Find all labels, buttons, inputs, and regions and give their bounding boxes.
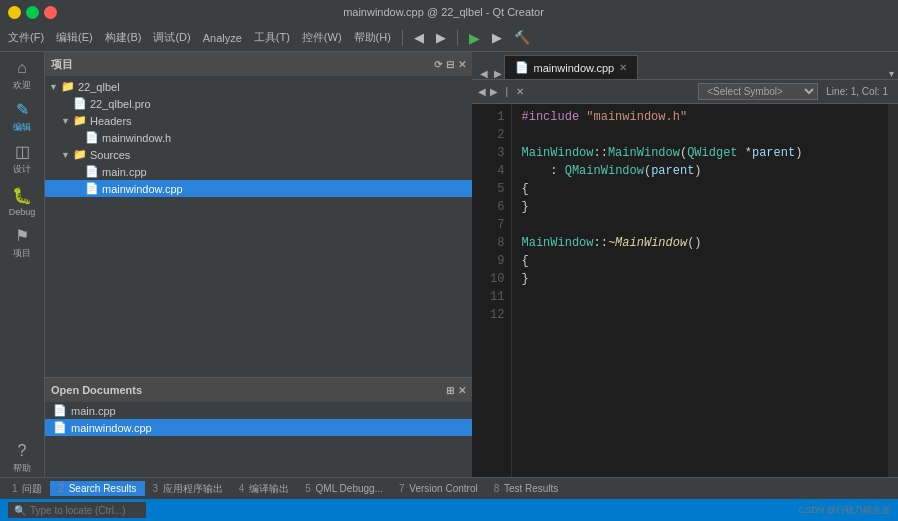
analyze-menu[interactable]: Analyze: [199, 30, 246, 46]
tab-label: 编译输出: [249, 483, 289, 494]
code-line: [522, 288, 879, 306]
file-tree-controls: ⟳ ⊟ ✕: [434, 59, 466, 70]
tree-label: mainwindow.cpp: [102, 183, 183, 195]
close-panel-btn2[interactable]: ✕: [458, 385, 466, 396]
file-tree-header: 项目 ⟳ ⊟ ✕: [45, 52, 472, 76]
editor-scrollbar[interactable]: [888, 104, 898, 477]
bottom-tab-version-control[interactable]: 7 Version Control: [391, 481, 486, 496]
code-line: }: [522, 270, 879, 288]
tree-label: Sources: [90, 149, 130, 161]
tree-item-pro[interactable]: 📄 22_qlbel.pro: [45, 95, 472, 112]
doc-item-main-cpp[interactable]: 📄 main.cpp: [45, 402, 472, 419]
build-menu[interactable]: 构建(B): [101, 28, 146, 47]
tab-close-btn[interactable]: ✕: [619, 62, 627, 73]
welcome-icon: ⌂: [17, 59, 27, 77]
file-menu[interactable]: 文件(F): [4, 28, 48, 47]
tools-menu[interactable]: 工具(T): [250, 28, 294, 47]
bottom-tab-compile-output[interactable]: 4 编译输出: [231, 480, 297, 498]
file-tree-title: 项目: [51, 57, 73, 72]
tab-menu-btn[interactable]: ▾: [885, 68, 898, 79]
back-btn[interactable]: ◀: [410, 28, 428, 47]
editor-area: ◀ ▶ 📄 mainwindow.cpp ✕ ▾ ◀ ▶ | ✕ <Select…: [472, 52, 899, 477]
open-docs-header: Open Documents ⊞ ✕: [45, 378, 472, 402]
code-line: {: [522, 252, 879, 270]
tree-item-sources[interactable]: ▼ 📁 Sources: [45, 146, 472, 163]
close-panel-btn[interactable]: ✕: [458, 59, 466, 70]
watermark-text: CSDN @行稳乃能走远: [799, 504, 890, 517]
toolbar-nav-right[interactable]: ▶: [490, 86, 498, 97]
statusbar: 🔍 CSDN @行稳乃能走远: [0, 499, 898, 521]
tree-item-main-cpp[interactable]: 📄 main.cpp: [45, 163, 472, 180]
build-btn[interactable]: 🔨: [510, 28, 534, 47]
open-docs-title: Open Documents: [51, 384, 142, 396]
code-line: MainWindow::MainWindow(QWidget *parent): [522, 144, 879, 162]
tab-scroll-right[interactable]: ▶: [492, 68, 504, 79]
filter-btn[interactable]: ⊟: [446, 59, 454, 70]
debug-run-btn[interactable]: ▶: [488, 28, 506, 47]
toolbar-separator3: |: [506, 86, 509, 97]
debug-menu[interactable]: 调试(D): [149, 28, 194, 47]
code-line: MainWindow::~MainWindow(): [522, 234, 879, 252]
tree-item-mainwindow-cpp[interactable]: 📄 mainwindow.cpp: [45, 180, 472, 197]
line-num: 5: [474, 180, 505, 198]
sidebar-item-project[interactable]: ⚑ 项目: [3, 224, 41, 262]
controls-menu[interactable]: 控件(W): [298, 28, 346, 47]
code-line: }: [522, 198, 879, 216]
line-num: 8: [474, 234, 505, 252]
code-editor: 1 2 3 4 5 6 7 8 9 10 11 12 #include "mai…: [472, 104, 899, 477]
doc-item-mainwindow-cpp[interactable]: 📄 mainwindow.cpp: [45, 419, 472, 436]
tab-scroll-left[interactable]: ◀: [476, 68, 492, 79]
toolbar-close-btn[interactable]: ✕: [516, 86, 524, 97]
help-icon: ?: [18, 442, 27, 460]
sidebar-item-edit[interactable]: ✎ 编辑: [3, 98, 41, 136]
file-tree-content: ▼ 📁 22_qlbel 📄 22_qlbel.pro ▼ 📁 Headers: [45, 76, 472, 377]
bottom-tab-issues[interactable]: 1 问题: [4, 480, 50, 498]
run-btn[interactable]: ▶: [465, 28, 484, 48]
toolbar-separator2: [457, 30, 458, 46]
tree-item-headers[interactable]: ▼ 📁 Headers: [45, 112, 472, 129]
tab-label: Search Results: [69, 483, 137, 494]
sidebar-item-welcome[interactable]: ⌂ 欢迎: [3, 56, 41, 94]
tree-item-root[interactable]: ▼ 📁 22_qlbel: [45, 78, 472, 95]
h-icon: 📄: [85, 131, 99, 144]
sidebar-item-design[interactable]: ◫ 设计: [3, 140, 41, 178]
bottom-tab-qml-debug[interactable]: 5 QML Debugg...: [297, 481, 391, 496]
win-controls[interactable]: [8, 6, 57, 19]
cpp-doc-icon: 📄: [53, 404, 67, 417]
arrow-icon: ▼: [49, 82, 61, 92]
tab-label: Test Results: [504, 483, 558, 494]
locate-search[interactable]: 🔍: [8, 502, 146, 518]
minimize-btn[interactable]: [8, 6, 21, 19]
sync-btn[interactable]: ⟳: [434, 59, 442, 70]
edit-menu[interactable]: 编辑(E): [52, 28, 97, 47]
bottom-tab-app-output[interactable]: 3 应用程序输出: [145, 480, 231, 498]
bottom-tab-test-results[interactable]: 8 Test Results: [486, 481, 567, 496]
sidebar-item-help[interactable]: ? 帮助: [3, 439, 41, 477]
maximize-btn[interactable]: [26, 6, 39, 19]
symbol-select[interactable]: <Select Symbol>: [698, 83, 818, 100]
line-num: 10: [474, 270, 505, 288]
tree-label: 22_qlbel: [78, 81, 120, 93]
line-num: 4: [474, 162, 505, 180]
split-btn[interactable]: ⊞: [446, 385, 454, 396]
code-content[interactable]: #include "mainwindow.h" MainWindow::Main…: [512, 104, 889, 477]
titlebar: mainwindow.cpp @ 22_qlbel - Qt Creator: [0, 0, 898, 24]
main-toolbar: 文件(F) 编辑(E) 构建(B) 调试(D) Analyze 工具(T) 控件…: [0, 24, 898, 52]
tab-num: 2: [58, 483, 64, 494]
tab-num: 4: [239, 483, 245, 494]
forward-btn[interactable]: ▶: [432, 28, 450, 47]
help-menu[interactable]: 帮助(H): [350, 28, 395, 47]
tab-num: 1: [12, 483, 18, 494]
cpp-icon: 📄: [85, 165, 99, 178]
close-btn[interactable]: [44, 6, 57, 19]
cpp-doc-icon2: 📄: [53, 421, 67, 434]
cpp-icon: 📄: [85, 182, 99, 195]
toolbar-nav-left[interactable]: ◀: [478, 86, 486, 97]
tab-mainwindow-cpp[interactable]: 📄 mainwindow.cpp ✕: [504, 55, 639, 79]
tree-item-mainwindow-h[interactable]: 📄 mainwindow.h: [45, 129, 472, 146]
sidebar-label-design: 设计: [13, 163, 31, 176]
search-input[interactable]: [30, 505, 140, 516]
bottom-tab-search[interactable]: 2 Search Results: [50, 481, 144, 496]
code-line: {: [522, 180, 879, 198]
sidebar-item-debug[interactable]: 🐛 Debug: [3, 182, 41, 220]
